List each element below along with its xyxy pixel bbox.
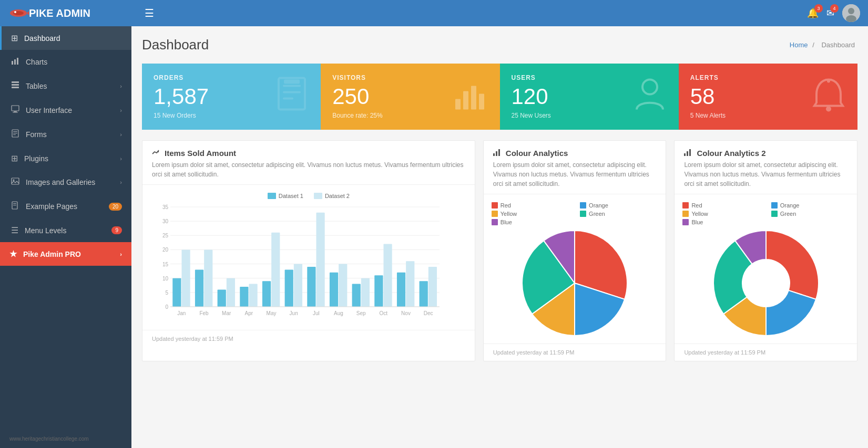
- svg-text:25: 25: [162, 233, 169, 239]
- pie-chart-footer: Updated yesterday at 11:59 PM: [484, 343, 666, 361]
- svg-text:0: 0: [165, 304, 168, 310]
- stat-cards-container: ORDERS 1,587 15 New Orders VISITORS 250 …: [142, 64, 857, 130]
- svg-rect-58: [227, 278, 235, 307]
- svg-text:Jul: Jul: [313, 310, 320, 316]
- svg-rect-68: [339, 264, 347, 307]
- svg-rect-8: [14, 59, 16, 65]
- svg-rect-55: [195, 270, 203, 307]
- sidebar-item-label: Forms: [26, 130, 120, 139]
- bar-chart-header: Items Sold Amount Lorem ipsum dolor sit …: [142, 141, 475, 185]
- svg-rect-94: [687, 151, 688, 156]
- svg-text:Nov: Nov: [401, 310, 411, 316]
- svg-rect-17: [13, 131, 17, 132]
- svg-marker-2: [27, 10, 29, 16]
- bar-chart-footer: Updated yesterday at 11:59 PM: [142, 330, 475, 347]
- svg-rect-12: [12, 87, 19, 88]
- svg-rect-67: [330, 273, 338, 307]
- donut-chart-title-icon: [684, 149, 692, 158]
- sidebar-item-pro[interactable]: ★ Pike Admin PRO ›: [0, 242, 131, 266]
- sidebar-item-forms[interactable]: Forms ›: [0, 122, 131, 147]
- svg-rect-20: [12, 178, 19, 184]
- sidebar-item-example-pages[interactable]: Example Pages 20: [0, 194, 131, 218]
- donut-legend-blue: Blue: [682, 219, 760, 225]
- svg-text:20: 20: [162, 247, 169, 253]
- pie-chart-svg-wrap: [492, 231, 658, 336]
- charts-icon: [11, 57, 19, 67]
- svg-rect-75: [420, 282, 428, 307]
- bar-chart-body: Dataset 1 Dataset 2 05101520253035JanFeb…: [142, 185, 475, 330]
- svg-rect-57: [218, 290, 226, 307]
- pro-arrow-icon: ›: [120, 251, 122, 257]
- bar-chart-title-text: Items Sold Amount: [165, 149, 236, 158]
- brand-area: PIKE ADMIN: [8, 7, 139, 19]
- page-title: Dashboard: [142, 37, 209, 53]
- arrow-icon: ›: [120, 179, 122, 185]
- svg-rect-13: [12, 106, 19, 111]
- donut-chart-title: Colour Analytics 2: [684, 149, 847, 158]
- brand-logo-icon: [8, 7, 29, 19]
- user-avatar[interactable]: [842, 4, 860, 22]
- breadcrumb: Home / Dashboard: [790, 41, 857, 49]
- svg-rect-91: [496, 151, 497, 156]
- svg-point-34: [642, 80, 657, 95]
- svg-rect-27: [283, 91, 301, 93]
- donut-legend-red: Red: [682, 202, 760, 209]
- svg-text:Aug: Aug: [334, 310, 343, 316]
- svg-text:Oct: Oct: [380, 310, 388, 316]
- svg-rect-11: [12, 84, 19, 86]
- svg-rect-24: [13, 205, 16, 205]
- pie-chart-title-text: Colour Analytics: [506, 149, 568, 158]
- message-badge: 4: [830, 4, 839, 13]
- legend-dataset2: Dataset 2: [314, 193, 350, 199]
- breadcrumb-current: Dashboard: [821, 41, 855, 49]
- notification-button[interactable]: 🔔 3: [807, 7, 819, 19]
- bar-chart-container: 05101520253035JanFebMarAprMayJunJulAugSe…: [150, 204, 467, 322]
- arrow-icon: ›: [120, 155, 122, 162]
- sidebar-item-dashboard[interactable]: ⊞ Dashboard: [0, 26, 131, 50]
- donut-chart-card: Colour Analytics 2 Lorem ipsum dolor sit…: [674, 140, 857, 361]
- pie-chart-card: Colour Analytics Lorem ipsum dolor sit a…: [483, 140, 667, 361]
- sidebar-item-label: Dashboard: [24, 34, 122, 43]
- pie-chart-title-icon: [493, 149, 502, 158]
- message-button[interactable]: ✉ 4: [826, 7, 834, 19]
- pie-chart-svg: [522, 231, 627, 336]
- sidebar-item-menu-levels[interactable]: ☰ Menu Levels 9: [0, 218, 131, 242]
- hamburger-button[interactable]: ☰: [145, 7, 154, 19]
- sidebar-item-tables[interactable]: Tables ›: [0, 74, 131, 98]
- svg-rect-73: [397, 273, 405, 307]
- sidebar-item-charts[interactable]: Charts: [0, 50, 131, 74]
- svg-text:May: May: [267, 310, 277, 316]
- stat-card-users: USERS 120 25 New Users: [500, 64, 679, 130]
- svg-rect-72: [383, 244, 392, 307]
- pro-label: Pike Admin PRO: [23, 250, 81, 258]
- svg-text:Jan: Jan: [177, 310, 186, 316]
- sidebar-item-user-interface[interactable]: User Interface ›: [0, 98, 131, 122]
- sidebar-item-images-galleries[interactable]: Images and Galleries ›: [0, 170, 131, 194]
- svg-rect-61: [262, 282, 271, 307]
- svg-text:10: 10: [162, 276, 169, 282]
- bar-chart-card: Items Sold Amount Lorem ipsum dolor sit …: [142, 140, 475, 361]
- svg-text:Mar: Mar: [222, 310, 231, 316]
- monitor-icon: [11, 105, 19, 116]
- sidebar-item-label: Tables: [26, 82, 120, 90]
- svg-rect-65: [307, 267, 315, 307]
- top-navbar: PIKE ADMIN ☰ 🔔 3 ✉ 4: [0, 0, 868, 26]
- notification-badge: 3: [814, 4, 823, 13]
- example-pages-icon: [11, 201, 19, 212]
- menu-levels-icon: ☰: [11, 225, 18, 235]
- images-icon: [11, 177, 19, 187]
- svg-rect-32: [471, 86, 476, 110]
- svg-rect-66: [316, 213, 324, 307]
- svg-rect-31: [463, 91, 468, 110]
- svg-text:Jun: Jun: [290, 310, 298, 316]
- donut-chart-title-text: Colour Analytics 2: [697, 149, 765, 158]
- pie-chart-body: Red Orange Yellow Green: [484, 194, 666, 343]
- pie-legend: Red Orange Yellow Green: [492, 202, 658, 225]
- star-icon: ★: [9, 249, 17, 259]
- legend-blue: Blue: [492, 219, 569, 225]
- svg-rect-63: [285, 270, 293, 307]
- arrow-icon: ›: [120, 131, 122, 138]
- sidebar-item-plugins[interactable]: ⊞ Plugins ›: [0, 147, 131, 170]
- breadcrumb-home[interactable]: Home: [790, 41, 808, 49]
- svg-rect-60: [249, 284, 257, 307]
